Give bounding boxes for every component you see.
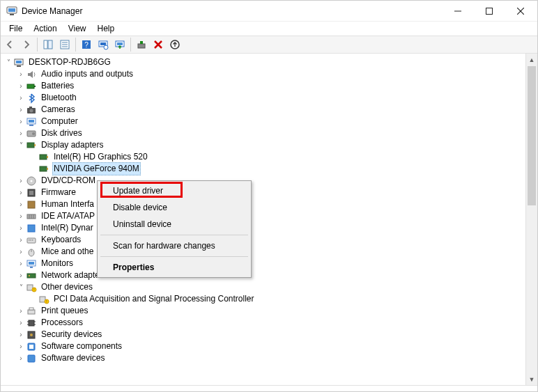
tree-category[interactable]: › Audio inputs and outputs — [3, 68, 525, 80]
toolbar-separator — [75, 38, 76, 52]
toolbar-show-hide-button[interactable] — [40, 37, 56, 52]
print-queue-icon — [26, 306, 37, 317]
close-button[interactable] — [505, 1, 536, 21]
expand-icon[interactable]: › — [16, 354, 26, 363]
tree-root[interactable]: ˅ DESKTOP-RDJB6GG — [3, 56, 525, 68]
toolbar-add-legacy-button[interactable] — [167, 37, 183, 52]
ctx-disable-device[interactable]: Disable device — [99, 199, 249, 216]
tree-category[interactable]: › Software components — [3, 340, 525, 352]
tree-category[interactable]: › Bluetooth — [3, 92, 525, 104]
expand-icon[interactable]: › — [16, 342, 26, 352]
svg-rect-1 — [8, 8, 15, 12]
toolbar-enable-button[interactable] — [134, 37, 149, 52]
tree-root-label: DESKTOP-RDJB6GG — [27, 56, 112, 68]
tree-device-intel-gfx[interactable]: › Intel(R) HD Graphics 520 — [3, 151, 525, 163]
ctx-properties[interactable]: Properties — [99, 259, 249, 276]
tree-category[interactable]: › IDE ATA/ATAP — [3, 210, 525, 222]
tree-category[interactable]: › Processors — [3, 317, 525, 329]
tree-category[interactable]: › Computer — [3, 116, 525, 127]
tree-category[interactable]: › DVD/CD-ROM — [3, 175, 525, 187]
expand-icon[interactable]: › — [16, 93, 26, 103]
expand-icon[interactable]: › — [16, 259, 26, 269]
tree-category-other[interactable]: ˅ ! Other devices — [3, 281, 525, 293]
device-tree[interactable]: ˅ DESKTOP-RDJB6GG › Audio inputs and out… — [1, 54, 525, 385]
toolbar-help-button[interactable]: ? — [79, 37, 94, 52]
tree-label: Batteries — [40, 80, 75, 92]
svg-rect-32 — [29, 107, 32, 108]
expand-icon[interactable]: › — [16, 200, 26, 210]
maximize-button[interactable] — [473, 1, 505, 21]
tree-category[interactable]: › Monitors — [3, 258, 525, 269]
ctx-uninstall-device[interactable]: Uninstall device — [99, 216, 249, 233]
collapse-icon[interactable]: ˅ — [16, 283, 26, 292]
keyboard-icon — [26, 235, 37, 246]
tree-label: Mice and othe — [40, 246, 95, 258]
tree-device-nvidia[interactable]: › NVIDIA GeForce 940M — [3, 163, 525, 175]
toolbar-properties-button[interactable] — [57, 37, 72, 52]
expand-icon[interactable]: › — [16, 81, 26, 91]
battery-icon — [26, 81, 37, 92]
tree-category[interactable]: › Firmware — [3, 187, 525, 198]
tree-category[interactable]: › Batteries — [3, 80, 525, 92]
tree-category[interactable]: › Mice and othe — [3, 246, 525, 258]
toolbar: ? — [1, 36, 537, 54]
tree-category[interactable]: › Cameras — [3, 104, 525, 116]
tree-category-display[interactable]: ˅ Display adapters — [3, 139, 525, 151]
intel-dynamic-icon — [26, 223, 37, 234]
tree-label: Audio inputs and outputs — [40, 68, 134, 80]
expand-icon[interactable]: › — [16, 306, 26, 316]
scroll-up-button[interactable]: ▲ — [526, 54, 537, 65]
expand-icon[interactable]: › — [16, 318, 26, 328]
tree-category[interactable]: › Network adapters — [3, 269, 525, 281]
tree-label: NVIDIA GeForce 940M — [52, 162, 141, 175]
menu-file[interactable]: File — [3, 22, 28, 35]
tree-category[interactable]: › Keyboards — [3, 234, 525, 246]
camera-icon — [26, 104, 37, 116]
expand-icon[interactable]: › — [16, 70, 26, 79]
vertical-scrollbar[interactable]: ▲ ▼ — [525, 54, 537, 385]
toolbar-scan-button[interactable] — [95, 37, 111, 52]
ctx-update-driver[interactable]: Update driver — [99, 182, 249, 199]
expand-icon[interactable]: › — [16, 224, 26, 233]
scrollbar-thumb[interactable] — [528, 66, 536, 205]
menu-help[interactable]: Help — [92, 22, 121, 35]
toolbar-uninstall-button[interactable] — [151, 37, 166, 52]
menu-view[interactable]: View — [63, 22, 92, 35]
bluetooth-icon — [26, 93, 37, 104]
toolbar-update-button[interactable] — [112, 37, 128, 52]
menubar: File Action View Help — [1, 22, 537, 36]
expand-icon[interactable]: › — [16, 235, 26, 245]
expand-icon[interactable]: › — [16, 212, 26, 221]
svg-point-79 — [30, 334, 33, 336]
tree-category[interactable]: › Intel(R) Dynar — [3, 222, 525, 234]
firmware-icon — [26, 187, 37, 198]
svg-rect-55 — [29, 240, 30, 241]
collapse-icon[interactable]: ˅ — [3, 58, 13, 68]
svg-rect-28 — [27, 84, 34, 88]
ctx-scan-hardware[interactable]: Scan for hardware changes — [99, 237, 249, 254]
scroll-down-button[interactable]: ▼ — [526, 373, 537, 385]
svg-rect-29 — [34, 86, 36, 87]
menu-action[interactable]: Action — [28, 22, 62, 35]
tree-category[interactable]: › Disk drives — [3, 127, 525, 139]
collapse-icon[interactable]: ˅ — [16, 141, 26, 150]
expand-icon[interactable]: › — [16, 105, 26, 115]
expand-icon[interactable]: › — [16, 117, 26, 127]
tree-category[interactable]: › Software devices — [3, 352, 525, 364]
expand-icon[interactable]: › — [16, 188, 26, 198]
expand-icon[interactable]: › — [16, 330, 26, 340]
expand-icon[interactable]: › — [16, 129, 26, 139]
tree-category[interactable]: › Print queues — [3, 305, 525, 317]
toolbar-forward-button[interactable] — [19, 37, 34, 52]
minimize-button[interactable] — [442, 1, 473, 21]
toolbar-back-button[interactable] — [2, 37, 17, 52]
expand-icon[interactable]: › — [16, 271, 26, 281]
svg-rect-2 — [10, 14, 14, 15]
tree-category[interactable]: › Security devices — [3, 329, 525, 340]
tree-device-pci[interactable]: › ! PCI Data Acquisition and Signal Proc… — [3, 293, 525, 305]
tree-label: Intel(R) HD Graphics 520 — [52, 151, 149, 163]
expand-icon[interactable]: › — [16, 247, 26, 257]
titlebar: Device Manager — [1, 1, 537, 22]
tree-category[interactable]: › Human Interfa — [3, 198, 525, 210]
expand-icon[interactable]: › — [16, 176, 26, 186]
